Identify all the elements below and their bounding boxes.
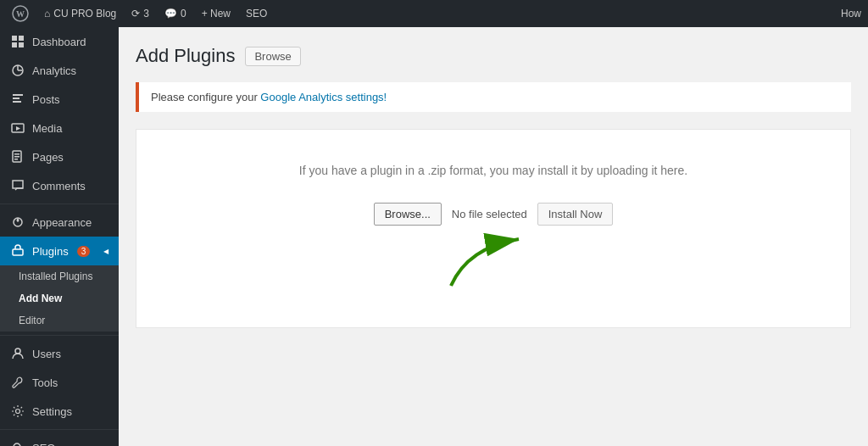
browse-tab-button[interactable]: Browse xyxy=(245,47,300,66)
svg-rect-5 xyxy=(19,42,24,47)
sidebar-item-appearance[interactable]: Appearance xyxy=(0,208,119,237)
svg-rect-3 xyxy=(19,36,24,41)
analytics-icon xyxy=(10,63,25,78)
sidebar-item-tools[interactable]: Tools xyxy=(0,368,119,397)
sidebar-item-settings[interactable]: Settings xyxy=(0,397,119,426)
file-browse-button[interactable]: Browse... xyxy=(374,203,442,226)
sidebar-item-posts[interactable]: Posts xyxy=(0,85,119,114)
svg-rect-12 xyxy=(14,159,18,160)
comments-icon xyxy=(10,178,25,193)
new-label: + New xyxy=(202,8,231,20)
upload-section: If you have a plugin in a .zip format, y… xyxy=(136,129,851,328)
comments-button[interactable]: 💬 0 xyxy=(159,8,192,20)
wp-logo-button[interactable]: W xyxy=(7,5,34,22)
comments-count: 0 xyxy=(181,8,186,20)
content-area: Add Plugins Browse Please configure your… xyxy=(119,27,868,446)
analytics-notice: Please configure your Google Analytics s… xyxy=(136,82,851,112)
sidebar-item-analytics[interactable]: Analytics xyxy=(0,56,119,85)
plugins-submenu: Installed Plugins Add New Editor xyxy=(0,265,119,332)
sidebar-sub-add-new[interactable]: Add New xyxy=(0,287,119,309)
svg-rect-10 xyxy=(14,153,19,155)
seo-button[interactable]: SEO xyxy=(241,8,272,20)
user-greeting[interactable]: How xyxy=(841,8,861,20)
tools-icon xyxy=(10,375,25,390)
updates-button[interactable]: ⟳ 3 xyxy=(126,8,154,20)
sidebar-item-media[interactable]: Media xyxy=(0,114,119,142)
sidebar-item-seo[interactable]: SEO xyxy=(0,433,119,446)
svg-point-15 xyxy=(15,348,20,354)
sidebar-item-comments[interactable]: Comments xyxy=(0,171,119,200)
sidebar-divider-3 xyxy=(0,429,119,430)
pages-icon xyxy=(10,149,25,164)
posts-icon xyxy=(10,92,25,107)
media-icon xyxy=(10,120,25,136)
svg-rect-14 xyxy=(13,249,23,255)
page-title: Add Plugins xyxy=(136,44,235,69)
install-now-button[interactable]: Install Now xyxy=(537,203,614,226)
home-icon: ⌂ xyxy=(44,8,50,20)
admin-bar: W ⌂ CU PRO Blog ⟳ 3 💬 0 + New SEO How xyxy=(0,0,868,27)
green-arrow xyxy=(434,231,553,290)
dashboard-icon xyxy=(10,34,25,49)
users-icon xyxy=(10,346,25,361)
updates-icon: ⟳ xyxy=(131,8,140,20)
svg-rect-2 xyxy=(12,36,17,41)
new-button[interactable]: + New xyxy=(197,8,236,20)
sidebar-item-pages[interactable]: Pages xyxy=(0,142,119,171)
sidebar-divider-2 xyxy=(0,335,119,336)
sidebar-item-dashboard[interactable]: Dashboard xyxy=(0,27,119,56)
comments-icon: 💬 xyxy=(164,8,177,20)
seo-icon xyxy=(10,440,25,446)
upload-info-text: If you have a plugin in a .zip format, y… xyxy=(153,164,833,177)
sidebar-sub-editor[interactable]: Editor xyxy=(0,309,119,332)
analytics-settings-link[interactable]: Google Analytics settings! xyxy=(260,91,387,103)
seo-label: SEO xyxy=(246,8,267,20)
svg-rect-11 xyxy=(14,156,19,158)
sidebar-item-users[interactable]: Users xyxy=(0,339,119,368)
sidebar-divider-1 xyxy=(0,203,119,204)
plugins-badge: 3 xyxy=(77,246,91,257)
upload-controls: Browse... No file selected Install Now xyxy=(153,203,833,226)
site-name-button[interactable]: ⌂ CU PRO Blog xyxy=(39,8,121,20)
svg-text:W: W xyxy=(16,9,25,19)
notice-text: Please configure your xyxy=(151,91,260,103)
svg-rect-4 xyxy=(12,42,17,47)
updates-count: 3 xyxy=(143,8,149,20)
page-title-row: Add Plugins Browse xyxy=(136,44,851,69)
site-name: CU PRO Blog xyxy=(53,8,116,20)
svg-marker-8 xyxy=(16,126,20,131)
svg-point-16 xyxy=(16,410,20,414)
no-file-label: No file selected xyxy=(452,208,527,220)
sidebar: Dashboard Analytics Posts Media Pages xyxy=(0,27,119,446)
appearance-icon xyxy=(10,215,25,230)
sidebar-sub-installed-plugins[interactable]: Installed Plugins xyxy=(0,265,119,287)
settings-icon xyxy=(10,404,25,419)
plugins-icon xyxy=(10,243,25,259)
sidebar-item-plugins[interactable]: Plugins 3 xyxy=(0,237,119,265)
